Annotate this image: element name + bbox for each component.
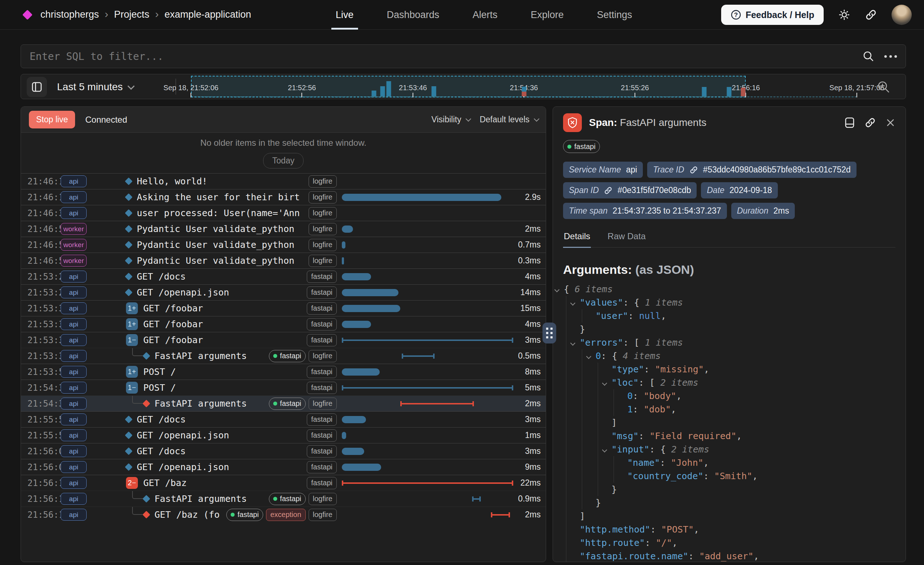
metadata-chip[interactable]: Span ID#0e31f5fd70e08cdb bbox=[563, 182, 697, 198]
child-count-badge[interactable]: 1− bbox=[126, 382, 138, 394]
trace-row[interactable]: 21:53:33api1+GET /foobarfastapi15ms bbox=[21, 300, 546, 316]
trace-row[interactable]: 21:55:58apiGET /docsfastapi3ms bbox=[21, 411, 546, 427]
scope-pill-fastapi[interactable]: fastapi bbox=[226, 509, 263, 521]
close-icon[interactable] bbox=[885, 118, 896, 128]
timeline-selection[interactable] bbox=[191, 76, 746, 97]
scope-pill-fastapi[interactable]: fastapi bbox=[307, 334, 337, 346]
scope-pill-fastapi[interactable]: fastapi bbox=[307, 414, 337, 426]
trace-row[interactable]: 21:55:58apiGET /openapi.jsonfastapi1ms bbox=[21, 427, 546, 443]
breadcrumb-item[interactable]: christophergs bbox=[40, 9, 99, 20]
breadcrumb-item[interactable]: Projects bbox=[114, 9, 149, 20]
child-count-badge[interactable]: 1+ bbox=[126, 366, 138, 378]
scope-pill-logfire[interactable]: logfire bbox=[309, 255, 337, 267]
scope-pill-logfire[interactable]: logfire bbox=[309, 397, 337, 410]
tag-pill-api[interactable]: api bbox=[61, 493, 87, 505]
zoom-in-icon[interactable] bbox=[876, 79, 891, 96]
scope-pill-logfire[interactable]: logfire bbox=[309, 350, 337, 362]
trace-row[interactable]: 21:53:35api1+GET /foobarfastapi4ms bbox=[21, 316, 546, 332]
tab-explore[interactable]: Explore bbox=[531, 0, 564, 30]
scope-pill-fastapi[interactable]: fastapi bbox=[307, 382, 337, 394]
sql-filter-input[interactable]: Enter SQL to filter... bbox=[30, 51, 862, 62]
trace-row[interactable]: 21:46:55workerPydantic User validate_pyt… bbox=[21, 253, 546, 268]
metadata-chip[interactable]: Trace ID#53ddc40980a86b57bfe89c1cc01c752… bbox=[647, 162, 856, 178]
tab-dashboards[interactable]: Dashboards bbox=[387, 0, 440, 30]
scope-pill-logfire[interactable]: logfire bbox=[309, 509, 337, 521]
sidebar-toggle-button[interactable] bbox=[27, 77, 47, 97]
tab-alerts[interactable]: Alerts bbox=[472, 0, 497, 30]
tag-pill-api[interactable]: api bbox=[61, 334, 87, 346]
scope-pill-fastapi[interactable]: fastapi bbox=[307, 445, 337, 457]
stop-live-button[interactable]: Stop live bbox=[29, 111, 75, 129]
scope-pill-fastapi[interactable]: fastapi bbox=[307, 429, 337, 442]
tag-pill-api[interactable]: api bbox=[61, 207, 87, 219]
tag-pill-api[interactable]: api bbox=[61, 445, 87, 457]
tag-pill-worker[interactable]: worker bbox=[61, 239, 87, 251]
tab-live[interactable]: Live bbox=[336, 0, 354, 30]
breadcrumb[interactable]: christophergs›Projects›example-applicati… bbox=[40, 9, 251, 21]
scope-pill-logfire[interactable]: logfire bbox=[309, 493, 337, 505]
tag-pill-api[interactable]: api bbox=[61, 302, 87, 314]
more-options-icon[interactable] bbox=[884, 55, 897, 58]
scope-pill-fastapi[interactable]: fastapi bbox=[307, 271, 337, 283]
tag-pill-api[interactable]: api bbox=[61, 350, 87, 362]
default-levels-dropdown[interactable]: Default levels bbox=[480, 115, 538, 124]
timeline-histogram[interactable]: Sep 18, 21:52:0621:52:5621:53:4621:54:36… bbox=[191, 76, 857, 97]
tab-settings[interactable]: Settings bbox=[597, 0, 632, 30]
scope-pill-fastapi[interactable]: fastapi bbox=[307, 286, 337, 299]
tag-pill-worker[interactable]: worker bbox=[61, 223, 87, 235]
breadcrumb-item[interactable]: example-application bbox=[165, 9, 251, 20]
tab-details[interactable]: Details bbox=[563, 231, 591, 247]
tag-pill-api[interactable]: api bbox=[61, 509, 87, 521]
scope-pill-fastapi[interactable]: fastapi bbox=[307, 477, 337, 489]
search-icon[interactable] bbox=[862, 50, 875, 63]
metadata-chip[interactable]: Service Nameapi bbox=[563, 162, 643, 178]
scope-pill-fastapi[interactable]: fastapi bbox=[269, 397, 306, 410]
dock-panel-icon[interactable] bbox=[844, 117, 855, 129]
scope-pill-fastapi[interactable]: fastapi bbox=[307, 318, 337, 330]
tag-pill-api[interactable]: api bbox=[61, 382, 87, 394]
tag-pill-worker[interactable]: worker bbox=[61, 255, 87, 267]
trace-row[interactable]: 21:56:13api2−GET /bazfastapi22ms bbox=[21, 475, 546, 491]
visibility-dropdown[interactable]: Visibility bbox=[431, 115, 470, 124]
today-button[interactable]: Today bbox=[263, 153, 303, 168]
scope-pill-fastapi[interactable]: fastapi bbox=[269, 350, 306, 362]
tag-pill-api[interactable]: api bbox=[61, 191, 87, 203]
trace-row[interactable]: 21:53:28apiGET /openapi.jsonfastapi14ms bbox=[21, 284, 546, 300]
tag-pill-api[interactable]: api bbox=[61, 366, 87, 378]
fastapi-tag-pill[interactable]: fastapi bbox=[563, 140, 600, 153]
trace-row[interactable]: 21:46:19apiHello, world!logfire bbox=[21, 173, 546, 189]
tag-pill-api[interactable]: api bbox=[61, 397, 87, 409]
trace-row[interactable]: 21:56:13apiFastAPI argumentsfastapilogfi… bbox=[21, 491, 546, 507]
metadata-chip[interactable]: Duration2ms bbox=[731, 203, 795, 219]
feedback-help-button[interactable]: ? Feedback / Help bbox=[721, 5, 824, 25]
tag-pill-api[interactable]: api bbox=[61, 175, 87, 187]
child-count-badge[interactable]: 1− bbox=[126, 334, 138, 346]
trace-row[interactable]: 21:53:35apiFastAPI argumentsfastapilogfi… bbox=[21, 348, 546, 364]
panel-resize-handle[interactable] bbox=[543, 322, 556, 343]
scope-pill-logfire[interactable]: logfire bbox=[309, 223, 337, 235]
scope-pill-logfire[interactable]: logfire bbox=[309, 207, 337, 219]
scope-pill-logfire[interactable]: logfire bbox=[309, 239, 337, 251]
scope-pill-fastapi[interactable]: fastapi bbox=[307, 461, 337, 474]
tag-pill-api[interactable]: api bbox=[61, 461, 87, 473]
tag-pill-api[interactable]: api bbox=[61, 318, 87, 330]
scope-pill-fastapi[interactable]: fastapi bbox=[269, 493, 306, 505]
scope-pill-fastapi[interactable]: fastapi bbox=[307, 366, 337, 378]
tag-pill-api[interactable]: api bbox=[61, 429, 87, 441]
scope-pill-exception[interactable]: exception bbox=[266, 509, 306, 521]
metadata-chip[interactable]: Time span21:54:37.235 to 21:54:37.237 bbox=[563, 203, 727, 219]
trace-row[interactable]: 21:46:19apiAsking the user for their bir… bbox=[21, 189, 546, 205]
trace-row[interactable]: 21:56:13apiGET /baz (fofastapiexceptionl… bbox=[21, 507, 546, 522]
trace-row[interactable]: 21:54:37api1−POST /fastapi5ms bbox=[21, 379, 546, 396]
trace-row[interactable]: 21:46:55workerPydantic User validate_pyt… bbox=[21, 237, 546, 253]
scope-pill-fastapi[interactable]: fastapi bbox=[307, 302, 337, 315]
tab-raw-data[interactable]: Raw Data bbox=[607, 231, 646, 247]
trace-row[interactable]: 21:56:09apiGET /openapi.jsonfastapi9ms bbox=[21, 459, 546, 475]
tag-pill-api[interactable]: api bbox=[61, 286, 87, 298]
trace-row[interactable]: 21:53:56api1+POST /fastapi8ms bbox=[21, 364, 546, 379]
child-count-badge[interactable]: 2− bbox=[126, 477, 138, 489]
tag-pill-api[interactable]: api bbox=[61, 414, 87, 426]
theme-toggle-icon[interactable] bbox=[838, 9, 850, 21]
metadata-chip[interactable]: Date2024-09-18 bbox=[701, 182, 777, 198]
trace-row[interactable]: 21:56:09apiGET /docsfastapi3ms bbox=[21, 443, 546, 459]
